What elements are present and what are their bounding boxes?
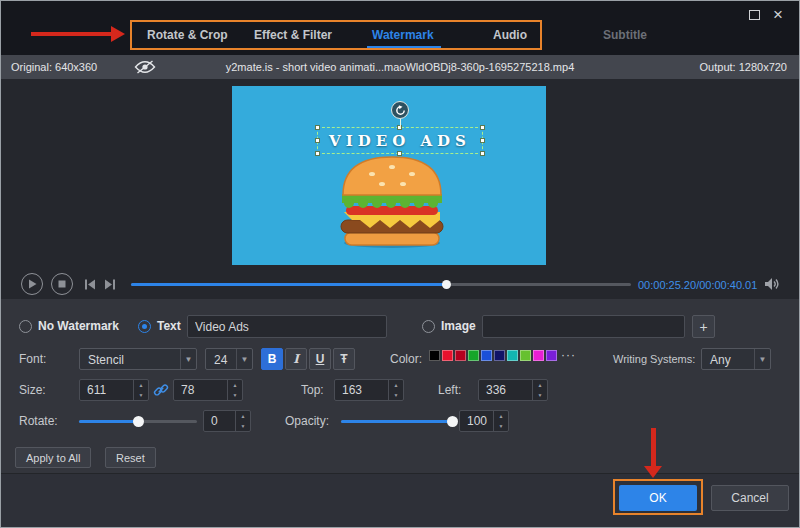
no-watermark-radio-circle bbox=[19, 320, 32, 333]
rotate-handle[interactable] bbox=[391, 101, 409, 119]
opacity-input[interactable] bbox=[460, 411, 493, 431]
apply-to-all-button[interactable]: Apply to All bbox=[15, 447, 91, 468]
hamburger-image bbox=[327, 144, 457, 249]
color-swatch[interactable] bbox=[429, 350, 440, 361]
font-size-dropdown[interactable]: 24 ▼ bbox=[205, 348, 253, 370]
top-label: Top: bbox=[301, 383, 324, 397]
italic-button[interactable]: I bbox=[285, 348, 307, 370]
play-icon bbox=[28, 279, 37, 289]
info-bar: Original: 640x360 y2mate.is - short vide… bbox=[1, 55, 799, 79]
width-spinner[interactable]: ▲▼ bbox=[79, 379, 149, 401]
rotate-label: Rotate: bbox=[19, 414, 58, 428]
color-swatch[interactable] bbox=[455, 350, 466, 361]
color-swatch[interactable] bbox=[481, 350, 492, 361]
color-swatch[interactable] bbox=[494, 350, 505, 361]
resize-handle-e[interactable] bbox=[480, 138, 485, 143]
text-watermark-label: Text bbox=[157, 319, 181, 333]
no-watermark-radio[interactable]: No Watermark bbox=[19, 319, 119, 333]
width-input[interactable] bbox=[80, 380, 133, 400]
link-dimensions-toggle[interactable] bbox=[153, 382, 169, 402]
writing-systems-dropdown[interactable]: Any ▼ bbox=[701, 348, 771, 370]
left-input[interactable] bbox=[479, 380, 532, 400]
seek-bar[interactable] bbox=[131, 273, 631, 295]
ok-button[interactable]: OK bbox=[619, 485, 697, 511]
rotate-slider-knob[interactable] bbox=[133, 416, 144, 427]
tab-effect-filter[interactable]: Effect & Filter bbox=[254, 28, 332, 42]
spin-up-button[interactable]: ▲ bbox=[134, 380, 148, 390]
spin-down-button[interactable]: ▼ bbox=[533, 390, 547, 400]
maximize-button[interactable] bbox=[749, 10, 760, 20]
rotate-spinner[interactable]: ▲▼ bbox=[203, 410, 251, 432]
resize-handle-s[interactable] bbox=[397, 151, 402, 156]
resize-handle-se[interactable] bbox=[480, 151, 485, 156]
add-image-button[interactable]: + bbox=[692, 315, 715, 338]
image-watermark-radio-circle bbox=[422, 320, 435, 333]
time-display: 00:00:25.20/00:00:40.01 bbox=[638, 279, 757, 291]
spin-down-button[interactable]: ▼ bbox=[134, 390, 148, 400]
preview-area: VIDEO ADS bbox=[1, 79, 799, 269]
top-input[interactable] bbox=[335, 380, 388, 400]
chevron-down-icon: ▼ bbox=[754, 349, 770, 369]
spin-up-button[interactable]: ▲ bbox=[228, 380, 242, 390]
opacity-label: Opacity: bbox=[285, 414, 329, 428]
spin-up-button[interactable]: ▲ bbox=[494, 411, 508, 421]
strikethrough-button[interactable]: Ŧ bbox=[333, 348, 355, 370]
spin-up-button[interactable]: ▲ bbox=[389, 380, 403, 390]
watermark-text[interactable]: VIDEO ADS bbox=[329, 132, 471, 150]
stop-button[interactable] bbox=[51, 273, 73, 295]
resize-handle-w[interactable] bbox=[315, 138, 320, 143]
tab-subtitle[interactable]: Subtitle bbox=[603, 28, 647, 42]
resize-handle-sw[interactable] bbox=[315, 151, 320, 156]
image-watermark-radio[interactable]: Image bbox=[422, 319, 476, 333]
watermark-image-input[interactable] bbox=[482, 315, 685, 338]
cancel-button[interactable]: Cancel bbox=[711, 485, 789, 511]
color-swatch[interactable] bbox=[507, 350, 518, 361]
spin-down-button[interactable]: ▼ bbox=[228, 390, 242, 400]
previous-frame-button[interactable] bbox=[83, 277, 97, 291]
font-family-dropdown[interactable]: Stencil ▼ bbox=[79, 348, 197, 370]
stop-icon bbox=[58, 280, 66, 288]
image-watermark-label: Image bbox=[441, 319, 476, 333]
rotate-input[interactable] bbox=[204, 411, 235, 431]
height-spinner[interactable]: ▲▼ bbox=[173, 379, 243, 401]
text-watermark-radio[interactable]: Text bbox=[138, 319, 181, 333]
spin-down-button[interactable]: ▼ bbox=[494, 421, 508, 431]
opacity-slider[interactable] bbox=[341, 410, 455, 432]
left-spinner[interactable]: ▲▼ bbox=[478, 379, 548, 401]
rotate-icon bbox=[395, 105, 406, 116]
color-palette: ··· bbox=[429, 348, 569, 370]
more-colors-button[interactable]: ··· bbox=[561, 348, 576, 362]
next-frame-button[interactable] bbox=[103, 277, 117, 291]
seek-knob[interactable] bbox=[442, 280, 451, 289]
color-swatch[interactable] bbox=[442, 350, 453, 361]
tab-audio[interactable]: Audio bbox=[493, 28, 527, 42]
bold-button[interactable]: B bbox=[261, 348, 283, 370]
color-swatch[interactable] bbox=[520, 350, 531, 361]
spin-down-button[interactable]: ▼ bbox=[389, 390, 403, 400]
spin-down-button[interactable]: ▼ bbox=[236, 421, 250, 431]
watermark-text-input[interactable] bbox=[187, 315, 387, 338]
watermark-selection-box[interactable]: VIDEO ADS bbox=[317, 127, 483, 154]
opacity-slider-knob[interactable] bbox=[447, 416, 458, 427]
rotate-slider[interactable] bbox=[79, 410, 197, 432]
output-resolution-label: Output: 1280x720 bbox=[700, 61, 787, 73]
volume-button[interactable] bbox=[764, 277, 780, 295]
tab-watermark[interactable]: Watermark bbox=[372, 28, 434, 42]
color-swatch[interactable] bbox=[533, 350, 544, 361]
rotate-slider-fill bbox=[79, 420, 138, 423]
color-swatch[interactable] bbox=[546, 350, 557, 361]
spin-up-button[interactable]: ▲ bbox=[236, 411, 250, 421]
height-input[interactable] bbox=[174, 380, 227, 400]
chevron-down-icon: ▼ bbox=[180, 349, 196, 369]
play-button[interactable] bbox=[21, 273, 43, 295]
underline-button[interactable]: U bbox=[309, 348, 331, 370]
resize-handle-ne[interactable] bbox=[480, 125, 485, 130]
color-swatch[interactable] bbox=[468, 350, 479, 361]
tab-rotate-crop[interactable]: Rotate & Crop bbox=[147, 28, 228, 42]
reset-button[interactable]: Reset bbox=[105, 447, 156, 468]
resize-handle-nw[interactable] bbox=[315, 125, 320, 130]
opacity-spinner[interactable]: ▲▼ bbox=[459, 410, 509, 432]
spin-up-button[interactable]: ▲ bbox=[533, 380, 547, 390]
close-button[interactable]: × bbox=[773, 6, 783, 24]
top-spinner[interactable]: ▲▼ bbox=[334, 379, 404, 401]
